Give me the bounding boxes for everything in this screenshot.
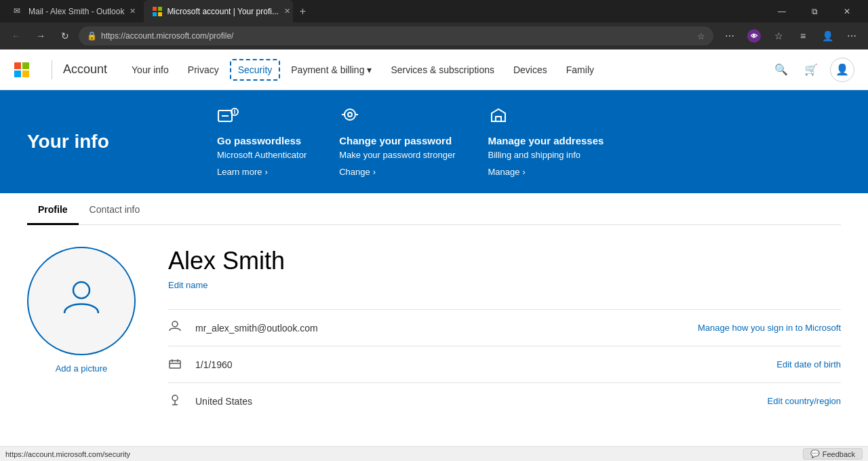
top-nav: Account Your info Privacy Security Payme… — [0, 49, 868, 90]
nav-devices[interactable]: Devices — [505, 59, 555, 81]
new-tab-button[interactable]: + — [293, 2, 312, 21]
addresses-desc: Billing and shipping info — [488, 149, 604, 161]
manage-signin-link[interactable]: Manage how you sign in to Microsoft — [698, 323, 841, 333]
avatar-circle — [27, 247, 136, 355]
tab-label-msaccount: Microsoft account | Your profi... — [167, 7, 279, 16]
email-person-icon — [168, 319, 184, 336]
info-row-country: United States Edit country/region — [168, 382, 841, 419]
maximize-button[interactable]: ⧉ — [799, 0, 830, 22]
birthday-icon — [168, 356, 184, 373]
status-bar: https://account.microsoft.com/security 💬… — [0, 446, 868, 461]
settings-button[interactable]: ⋯ — [841, 25, 863, 47]
svg-rect-3 — [158, 12, 162, 16]
svg-rect-2 — [153, 12, 157, 16]
banner-cards: Go passwordless Microsoft Authenticator … — [217, 106, 604, 177]
chevron-down-icon: ▾ — [367, 64, 372, 75]
svg-point-23 — [172, 395, 178, 401]
close-button[interactable]: ✕ — [831, 0, 863, 22]
feedback-button[interactable]: 💬 Feedback — [803, 448, 863, 460]
tab-label-outlook: Mail - Alex Smith - Outlook — [28, 7, 124, 16]
addresses-icon — [488, 106, 604, 129]
birthday-value: 1/1/1960 — [195, 359, 766, 370]
url-bar[interactable]: 🔒 https://account.microsoft.com/profile/… — [79, 26, 713, 45]
add-picture-link[interactable]: Add a picture — [56, 363, 108, 374]
tab-close-outlook[interactable]: ✕ — [130, 7, 136, 16]
tab-contact-info[interactable]: Contact info — [79, 193, 151, 225]
password-title: Change your password — [339, 135, 455, 146]
info-row-birthday: 1/1/1960 Edit date of birth — [168, 346, 841, 382]
avatar-icon — [58, 273, 105, 329]
manage-link[interactable]: Manage › — [488, 167, 604, 177]
favorites-button[interactable]: ☆ — [768, 25, 789, 47]
passwordless-title: Go passwordless — [217, 135, 307, 146]
status-url: https://account.microsoft.com/security — [5, 450, 130, 458]
collections-button[interactable]: ≡ — [792, 25, 814, 47]
manage-arrow: › — [522, 167, 525, 177]
nav-right: 🔍 🛒 👤 — [770, 58, 854, 82]
profile-info: Alex Smith Edit name mr_alex_smith@outlo… — [168, 247, 841, 419]
addresses-title: Manage your addresses — [488, 135, 604, 146]
tab-msaccount[interactable]: Microsoft account | Your profi... ✕ — [144, 0, 293, 22]
banner-card-password: Change your password Make your password … — [339, 106, 455, 177]
nav-your-info[interactable]: Your info — [123, 59, 177, 81]
country-value: United States — [195, 396, 757, 407]
location-icon — [168, 393, 184, 409]
feedback-label: Feedback — [823, 450, 855, 458]
cart-button[interactable]: 🛒 — [800, 59, 822, 81]
info-row-email: mr_alex_smith@outlook.com Manage how you… — [168, 309, 841, 346]
nav-services[interactable]: Services & subscriptions — [382, 59, 502, 81]
learn-more-arrow: › — [264, 167, 267, 177]
svg-rect-1 — [158, 7, 162, 11]
back-button[interactable]: ← — [5, 25, 27, 47]
tab-outlook[interactable]: ✉ Mail - Alex Smith - Outlook ✕ — [5, 0, 144, 22]
search-button[interactable]: 🔍 — [770, 59, 792, 81]
tab-close-msaccount[interactable]: ✕ — [284, 7, 290, 16]
info-banner: Your info Go passwordless Microsoft Auth… — [0, 90, 868, 193]
tab-profile[interactable]: Profile — [27, 193, 79, 225]
learn-more-link[interactable]: Learn more › — [217, 167, 307, 177]
profile-button[interactable]: 👤 — [816, 25, 838, 47]
minimize-button[interactable]: — — [766, 0, 797, 22]
avatar-area: Add a picture — [27, 247, 136, 374]
nav-payment-dropdown: Payment & billing ▾ — [291, 64, 372, 75]
lock-icon: 🔒 — [87, 31, 97, 41]
banner-card-addresses: Manage your addresses Billing and shippi… — [488, 106, 604, 177]
change-arrow: › — [373, 167, 376, 177]
svg-rect-7 — [22, 71, 29, 77]
nav-payment[interactable]: Payment & billing ▾ — [283, 59, 380, 81]
star-icon[interactable]: ☆ — [697, 31, 705, 41]
url-text: https://account.microsoft.com/profile/ — [101, 31, 233, 41]
email-value: mr_alex_smith@outlook.com — [195, 323, 687, 334]
nav-links: Your info Privacy Security Payment & bil… — [123, 59, 602, 81]
refresh-button[interactable]: ↻ — [54, 25, 76, 47]
edit-birthday-link[interactable]: Edit date of birth — [776, 359, 841, 369]
password-icon — [339, 106, 455, 129]
extensions-button[interactable]: ⋯ — [719, 25, 741, 47]
microsoft-logo[interactable] — [14, 62, 30, 78]
svg-rect-16 — [496, 117, 501, 121]
browser-chrome: ✉ Mail - Alex Smith - Outlook ✕ Microsof… — [0, 0, 868, 49]
profile-tabs: Profile Contact info — [27, 193, 841, 225]
tab-favicon-outlook: ✉ — [14, 6, 24, 17]
edit-country-link[interactable]: Edit country/region — [768, 396, 841, 406]
passwordless-desc: Microsoft Authenticator — [217, 149, 307, 161]
svg-point-12 — [344, 109, 355, 120]
nav-family[interactable]: Family — [558, 59, 602, 81]
page-content: Account Your info Privacy Security Payme… — [0, 49, 868, 461]
nav-divider — [52, 60, 52, 79]
account-button[interactable]: 👤 — [830, 58, 854, 82]
svg-point-17 — [73, 282, 90, 298]
banner-card-passwordless: Go passwordless Microsoft Authenticator … — [217, 106, 307, 177]
change-link[interactable]: Change › — [339, 167, 455, 177]
edit-name-link[interactable]: Edit name — [168, 280, 208, 290]
url-actions: ☆ — [697, 31, 705, 41]
forward-button[interactable]: → — [30, 25, 52, 47]
tab-favicon-msaccount — [152, 6, 163, 17]
account-label: Account — [63, 62, 107, 77]
svg-rect-5 — [22, 62, 29, 69]
ext-purple-icon[interactable]: 👁 — [743, 25, 765, 47]
nav-privacy[interactable]: Privacy — [180, 59, 227, 81]
svg-rect-0 — [153, 7, 157, 11]
nav-security[interactable]: Security — [230, 59, 281, 81]
svg-rect-4 — [14, 62, 21, 69]
